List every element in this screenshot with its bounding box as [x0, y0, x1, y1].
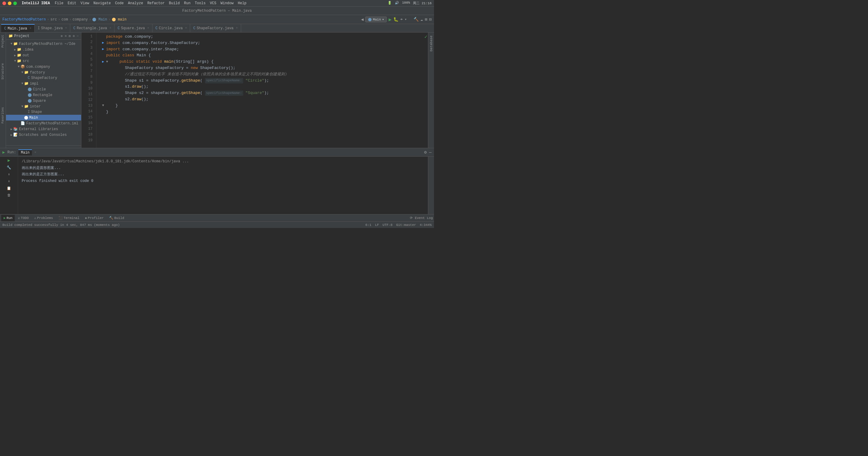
traffic-lights[interactable]: [2, 1, 17, 5]
tree-arrow-extlibs[interactable]: ▶: [10, 127, 13, 131]
breadcrumb-method[interactable]: ⬤ main: [112, 17, 127, 22]
tree-item-iml[interactable]: 📄 FactoryMethodPattern.iml: [6, 121, 81, 126]
code-editor-content[interactable]: package com.company; ▶ import com.compan…: [96, 33, 424, 148]
close-panel-icon[interactable]: —: [429, 150, 432, 155]
tree-item-impl[interactable]: ▼ 📁 impl: [6, 81, 81, 87]
tab-close-main[interactable]: ×: [30, 27, 31, 30]
tab-shape-java[interactable]: I Shape.java ×: [35, 24, 70, 33]
run-button[interactable]: ▶: [389, 17, 392, 23]
vb-tab-todo[interactable]: ☑ TODO: [16, 215, 31, 221]
run-tab-main[interactable]: Main: [19, 150, 32, 155]
tab-shapefactory-java[interactable]: C ShapeFactory.java ×: [190, 24, 241, 33]
tree-item-company[interactable]: ▼ 📦 com.company: [6, 64, 81, 70]
tab-close-rectangle[interactable]: ×: [110, 27, 111, 30]
menu-run[interactable]: Run: [184, 1, 191, 5]
tree-item-inter[interactable]: ▼ 📁 inter: [6, 104, 81, 109]
tree-item-scratches[interactable]: ▶ 📝 Scratches and Consoles: [6, 132, 81, 138]
line-ending[interactable]: LF: [375, 223, 379, 227]
tree-arrow-factory[interactable]: ▼: [21, 71, 24, 74]
tab-main-java[interactable]: C Main.java ×: [1, 24, 35, 33]
menu-help[interactable]: Help: [238, 1, 247, 5]
close-button[interactable]: [2, 1, 6, 5]
menu-file[interactable]: File: [55, 1, 64, 5]
tree-scrollbar[interactable]: [6, 145, 81, 148]
maximize-editor-icon[interactable]: ⊞: [425, 17, 427, 22]
tree-item-out[interactable]: ▶ 📁 out: [6, 53, 81, 58]
tree-item-factory[interactable]: ▼ 📁 factory: [6, 70, 81, 75]
tab-close-shapefactory[interactable]: ×: [236, 27, 238, 30]
menu-navigate[interactable]: Navigate: [93, 1, 111, 5]
structure-icon[interactable]: Structure: [0, 62, 6, 81]
project-icon[interactable]: Project: [0, 34, 6, 49]
encoding[interactable]: UTF-8: [382, 223, 393, 227]
menu-view[interactable]: View: [81, 1, 89, 5]
more-run-button[interactable]: ▾: [404, 17, 407, 22]
run-tool-2[interactable]: 🔧: [7, 165, 11, 170]
run-tab-close[interactable]: ×: [34, 151, 36, 154]
run-tool-4[interactable]: ⬇: [8, 179, 10, 184]
coverage-button[interactable]: ☂: [400, 17, 403, 22]
tree-item-idea[interactable]: ▶ 📁 .idea: [6, 47, 81, 53]
vb-tab-terminal[interactable]: ⬛ Terminal: [56, 215, 82, 221]
menu-build[interactable]: Build: [169, 1, 180, 5]
tree-arrow-out[interactable]: ▶: [13, 54, 17, 57]
tree-item-square[interactable]: ⬤ Square: [6, 98, 81, 104]
settings-icon-bottom[interactable]: ⚙: [424, 150, 427, 155]
tab-close-circle[interactable]: ×: [185, 27, 187, 30]
menu-vcs[interactable]: VCS: [210, 1, 216, 5]
menu-edit[interactable]: Edit: [67, 1, 76, 5]
tree-arrow-scratches[interactable]: ▶: [10, 133, 13, 137]
tree-arrow-src[interactable]: ▼: [13, 59, 17, 63]
tree-item-shapefactory[interactable]: C ShapeFactory: [6, 75, 81, 81]
breadcrumb-src[interactable]: src: [50, 18, 57, 22]
git-branch[interactable]: Git:master: [396, 223, 416, 227]
run-icon-bottom[interactable]: ▶: [2, 150, 5, 155]
tree-item-src[interactable]: ▼ 📁 src: [6, 58, 81, 64]
tree-arrow-company[interactable]: ▼: [17, 65, 21, 68]
build-icon[interactable]: 🔨: [413, 17, 418, 22]
cursor-position[interactable]: 6:1: [365, 223, 371, 227]
menu-code[interactable]: Code: [115, 1, 124, 5]
database-panel-label[interactable]: Database: [429, 34, 434, 53]
tree-item-shape[interactable]: I Shape: [6, 109, 81, 115]
tree-item-extlibs[interactable]: ▶ 📚 External Libraries: [6, 126, 81, 132]
tree-arrow-inter[interactable]: ▼: [21, 105, 24, 108]
event-log-button[interactable]: Event Log: [415, 216, 433, 220]
nav-back-icon[interactable]: ◀: [361, 17, 364, 22]
tree-arrow-impl[interactable]: ▼: [21, 82, 24, 85]
menu-analyze[interactable]: Analyze: [128, 1, 143, 5]
tree-item-main[interactable]: ⬤ Main: [6, 115, 81, 121]
tab-square-java[interactable]: C Square.java ×: [115, 24, 152, 33]
run-config[interactable]: ⬤ Main ▾: [365, 17, 387, 22]
sync-icon[interactable]: ⟳: [410, 216, 412, 220]
vb-tab-build[interactable]: 🔨 Build: [107, 215, 127, 221]
vb-tab-run[interactable]: ▶ Run: [1, 215, 15, 221]
run-tool-6[interactable]: 🗑: [7, 193, 11, 198]
tab-rectangle-java[interactable]: C Rectangle.java ×: [70, 24, 115, 33]
breadcrumb-com[interactable]: com: [61, 18, 68, 22]
breadcrumb-company[interactable]: company: [73, 18, 88, 22]
breadcrumb-main[interactable]: ⬤ Main: [92, 17, 107, 22]
tab-close-shape[interactable]: ×: [65, 27, 67, 30]
menu-refactor[interactable]: Refactor: [147, 1, 165, 5]
vb-tab-problems[interactable]: ⚠ Problems: [32, 215, 55, 221]
vb-tab-profiler[interactable]: ◈ Profiler: [83, 215, 106, 221]
minimize-button[interactable]: [8, 1, 11, 5]
tree-item-rectangle[interactable]: ⬤ Rectangle: [6, 92, 81, 98]
run-tool-5[interactable]: 📋: [7, 186, 11, 191]
menu-tools[interactable]: Tools: [195, 1, 206, 5]
layout-icon[interactable]: ⊟: [429, 17, 432, 22]
fold-arrow-8[interactable]: ▼: [106, 59, 110, 65]
maximize-button[interactable]: [13, 1, 17, 5]
run-tool-3[interactable]: ⬆: [8, 172, 10, 177]
favorites-icon[interactable]: Favorites: [0, 106, 6, 125]
vcs-icon[interactable]: ☁: [421, 17, 423, 22]
tree-item-circle[interactable]: ⬤ Circle: [6, 87, 81, 92]
debug-button[interactable]: 🐛: [393, 17, 398, 22]
project-header-icons[interactable]: ⊕ ≡ ⊞ ⚙ −: [61, 34, 79, 38]
tree-arrow-root[interactable]: ▼: [10, 42, 13, 45]
tree-arrow-idea[interactable]: ▶: [13, 48, 17, 52]
rerun-button[interactable]: ▶: [7, 158, 10, 163]
tab-circle-java[interactable]: C Circle.java ×: [153, 24, 190, 33]
menu-window[interactable]: Window: [221, 1, 234, 5]
